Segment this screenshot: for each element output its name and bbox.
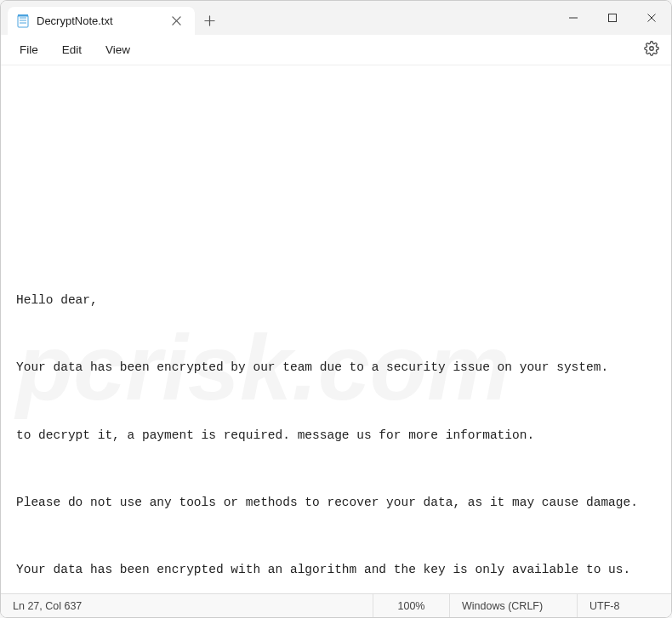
- text-line: Please do not use any tools or methods t…: [16, 494, 656, 513]
- text-line: Your data has been encrypted by our team…: [16, 359, 656, 377]
- svg-rect-4: [18, 14, 28, 17]
- statusbar: Ln 27, Col 637 100% Windows (CRLF) UTF-8: [1, 593, 671, 617]
- text-line: Hello dear,: [16, 292, 656, 310]
- status-encoding: UTF-8: [578, 594, 671, 617]
- tab-close-button[interactable]: [166, 11, 186, 31]
- status-position: Ln 27, Col 637: [1, 594, 373, 617]
- text-content[interactable]: pcrisk.com Hello dear, Your data has bee…: [1, 65, 671, 593]
- tab-title: DecryptNote.txt: [37, 14, 166, 27]
- tab-region: DecryptNote.txt: [1, 1, 224, 35]
- tab-active[interactable]: DecryptNote.txt: [8, 6, 195, 35]
- window-controls: [554, 1, 671, 35]
- minimize-button[interactable]: [554, 1, 593, 35]
- svg-point-7: [650, 46, 654, 50]
- menu-file[interactable]: File: [9, 40, 48, 60]
- svg-rect-0: [18, 15, 28, 27]
- status-zoom[interactable]: 100%: [373, 594, 450, 617]
- notepad-icon: [16, 14, 30, 28]
- new-tab-button[interactable]: [195, 6, 224, 35]
- svg-rect-6: [609, 14, 617, 22]
- menu-edit[interactable]: Edit: [52, 40, 92, 60]
- menubar: File Edit View: [1, 35, 671, 65]
- titlebar: DecryptNote.txt: [1, 1, 671, 35]
- status-line-ending: Windows (CRLF): [450, 594, 578, 617]
- menu-left: File Edit View: [9, 40, 140, 60]
- notepad-window: DecryptNote.txt File Edit V: [0, 0, 672, 618]
- maximize-button[interactable]: [593, 1, 632, 35]
- text-line: to decrypt it, a payment is required. me…: [16, 427, 656, 445]
- menu-view[interactable]: View: [95, 40, 140, 60]
- settings-button[interactable]: [641, 37, 663, 63]
- close-button[interactable]: [632, 1, 671, 35]
- text-line: Your data has been encrypted with an alg…: [16, 561, 656, 580]
